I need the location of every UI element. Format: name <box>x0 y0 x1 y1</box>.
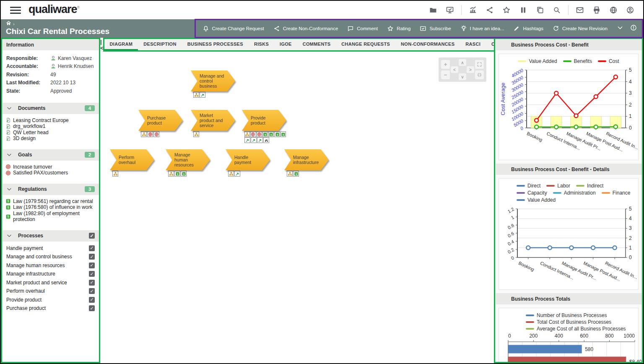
chevron-down-icon[interactable] <box>617 24 623 33</box>
action-rating[interactable]: Rating <box>387 25 410 32</box>
copy-icon[interactable] <box>533 4 547 16</box>
law-icon[interactable]: § <box>280 131 286 137</box>
target-icon[interactable] <box>153 131 159 137</box>
growth-icon[interactable] <box>257 137 263 143</box>
menu-icon[interactable] <box>10 7 21 14</box>
zoom-in-button[interactable]: + <box>441 60 450 69</box>
orgchart-icon[interactable] <box>193 92 199 98</box>
regulations-section-header[interactable]: Regulations 3 <box>2 184 99 195</box>
chart1-section-header[interactable]: Business Process Cost - Benefit <box>495 39 642 50</box>
analytics-icon[interactable] <box>466 4 480 16</box>
orgchart-icon[interactable] <box>228 171 234 177</box>
process-checkbox[interactable]: ✓ <box>89 271 95 277</box>
growth-icon[interactable] <box>234 171 240 177</box>
tab-comments[interactable]: COMMENTS <box>297 39 336 50</box>
law-icon[interactable]: § <box>274 131 280 137</box>
growth-icon[interactable] <box>251 137 257 143</box>
star-icon[interactable] <box>499 4 514 16</box>
process-shape[interactable]: Manage infrastructure§ <box>284 149 329 177</box>
process-checkbox[interactable]: ✓ <box>89 254 95 260</box>
law-icon[interactable]: § <box>181 171 187 177</box>
orgchart-icon[interactable] <box>244 131 250 137</box>
list-item[interactable]: §Law (1976:580) of influence in work <box>5 204 96 211</box>
orgchart-icon[interactable] <box>141 131 147 137</box>
target-icon[interactable] <box>250 131 256 137</box>
action-i-have-an-idea[interactable]: I have an idea... <box>460 25 504 32</box>
chart2-section-header[interactable]: Business Process Cost - Benefit - Detail… <box>495 164 642 175</box>
orgchart-icon[interactable] <box>193 131 199 137</box>
vehicle-icon[interactable] <box>263 137 269 143</box>
tab-change-requests[interactable]: CHANGE REQUESTS <box>336 39 395 50</box>
action-comment[interactable]: Comment <box>347 25 378 32</box>
share-icon[interactable] <box>483 4 497 16</box>
goals-section-header[interactable]: Goals 2 <box>2 149 99 161</box>
action-hashtags[interactable]: Hashtags <box>513 25 543 32</box>
process-shape[interactable]: Handle payment <box>226 149 270 177</box>
orgchart-icon[interactable] <box>168 171 174 177</box>
process-shape[interactable]: Manage and control business <box>191 70 235 98</box>
list-item[interactable]: drg_workflow1 <box>5 123 96 130</box>
tab-non-conformances[interactable]: NON-CONFORMANCES <box>395 39 460 50</box>
list-item[interactable]: Satisfied PAX/customers <box>5 170 96 176</box>
process-checkbox[interactable]: ✓ <box>89 297 95 303</box>
law-icon[interactable]: § <box>174 171 180 177</box>
print-icon[interactable] <box>589 4 604 16</box>
tab-diagram[interactable]: DIAGRAM <box>104 39 138 50</box>
process-shape[interactable]: Market product and service <box>191 110 235 137</box>
process-shape[interactable]: Manage human resources§§ <box>166 149 210 177</box>
zoom-out-button[interactable]: − <box>441 70 450 79</box>
list-item[interactable]: Increase turnover <box>5 164 96 170</box>
tab-risks[interactable]: RISKS <box>249 39 274 50</box>
info-icon[interactable] <box>630 24 637 33</box>
processes-select-all-checkbox[interactable]: ✓ <box>89 233 95 239</box>
pan-down-button[interactable]: ∨ <box>459 73 466 80</box>
tab-rasci[interactable]: RASCI <box>460 39 486 50</box>
process-checkbox[interactable]: ✓ <box>89 288 95 294</box>
list-item[interactable]: §Law (1979:561) regarding car rental <box>5 198 96 205</box>
diagram-canvas[interactable]: + − ∧ < > ∨ Manage and control businessP… <box>100 52 494 363</box>
chart3-section-header[interactable]: Business Process Totals <box>495 293 642 304</box>
account-icon[interactable] <box>623 4 637 16</box>
fullscreen-icon[interactable] <box>475 60 484 69</box>
pan-right-button[interactable]: > <box>467 66 474 73</box>
action-create-change-request[interactable]: Create Change Request <box>203 25 264 32</box>
law-icon[interactable]: § <box>293 171 299 177</box>
action-create-new-revision[interactable]: Create New Revision <box>553 25 608 32</box>
tab-business-processes[interactable]: BUSINESS PROCESSES <box>182 39 249 50</box>
process-shape[interactable]: Provide product§§§§ <box>242 110 286 143</box>
process-shape[interactable]: Perform overhaul <box>110 149 154 177</box>
collapse-left-panel-button[interactable]: |< <box>100 38 103 52</box>
folder-icon[interactable] <box>426 4 440 16</box>
mail-icon[interactable] <box>573 4 587 16</box>
law-icon[interactable]: § <box>262 131 268 137</box>
growth-icon[interactable] <box>200 92 205 98</box>
binoculars-icon[interactable] <box>516 4 530 16</box>
list-item[interactable]: QW Letter head <box>5 130 96 136</box>
growth-icon[interactable] <box>244 137 250 143</box>
monitor-check-icon[interactable] <box>443 4 457 16</box>
tab-description[interactable]: DESCRIPTION <box>138 39 182 50</box>
process-checkbox[interactable]: ✓ <box>89 245 95 251</box>
pan-up-button[interactable]: ∧ <box>459 59 466 66</box>
search-icon[interactable] <box>550 4 564 16</box>
home-icon[interactable] <box>6 20 11 28</box>
process-checkbox[interactable]: ✓ <box>89 280 95 286</box>
process-checkbox[interactable]: ✓ <box>89 263 95 268</box>
pan-left-button[interactable]: < <box>451 66 458 73</box>
fit-view-icon[interactable] <box>475 70 484 79</box>
process-checkbox[interactable]: ✓ <box>89 305 95 311</box>
list-item[interactable]: Leasing Contract Europe <box>5 117 96 124</box>
process-shape[interactable]: Purchase product <box>138 110 183 137</box>
globe-icon[interactable] <box>606 4 621 16</box>
target-icon[interactable] <box>147 131 153 137</box>
orgchart-icon[interactable] <box>287 171 293 177</box>
list-item[interactable]: 3D design <box>5 135 96 142</box>
law-icon[interactable]: § <box>268 131 274 137</box>
target-icon[interactable] <box>257 131 262 137</box>
action-create-non-conformance[interactable]: Create Non-Conformance <box>273 25 338 32</box>
documents-section-header[interactable]: Documents 4 <box>2 103 99 114</box>
orgchart-icon[interactable] <box>112 171 118 177</box>
list-item[interactable]: §Law (1982:80) of employment protection <box>5 211 96 223</box>
action-subscribe[interactable]: Subscribe <box>420 25 451 32</box>
tab-igoe[interactable]: IGOE <box>274 39 297 50</box>
